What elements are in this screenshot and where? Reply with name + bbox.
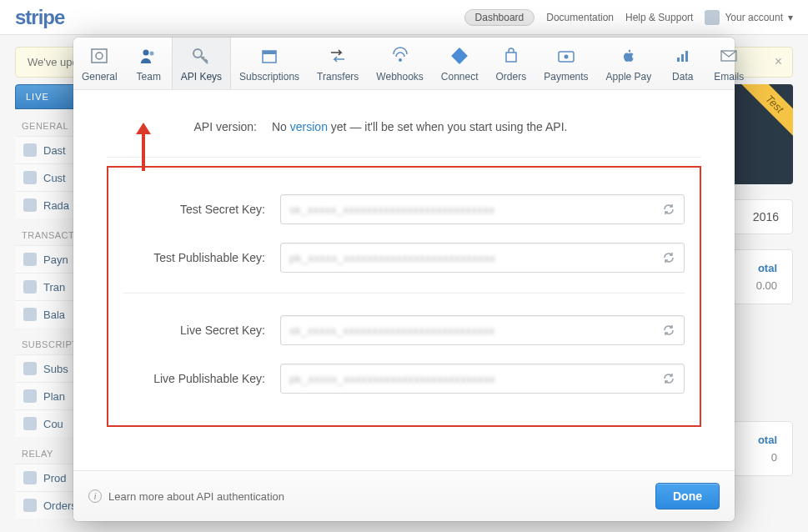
tab-label: Data bbox=[672, 71, 693, 83]
tab-api-keys[interactable]: API Keys bbox=[172, 38, 231, 89]
test-publishable-input[interactable]: pk_xxxxx_xxxxxxxxxxxxxxxxxxxxxxxxxx bbox=[280, 243, 685, 273]
tab-general[interactable]: General bbox=[73, 38, 127, 89]
refresh-icon[interactable] bbox=[662, 251, 675, 264]
tab-label: Payments bbox=[544, 71, 588, 83]
live-secret-label: Live Secret Key: bbox=[123, 324, 265, 337]
svg-point-7 bbox=[399, 58, 402, 62]
refresh-icon[interactable] bbox=[662, 203, 675, 216]
apple-icon bbox=[617, 46, 640, 66]
tab-label: Apple Pay bbox=[606, 71, 652, 83]
api-version-text: No version yet — it'll be set when you s… bbox=[272, 120, 567, 133]
modal-footer: i Learn more about API authentication Do… bbox=[73, 470, 735, 521]
svg-rect-9 bbox=[506, 53, 516, 62]
done-button[interactable]: Done bbox=[655, 483, 720, 509]
svg-rect-0 bbox=[92, 49, 107, 63]
refresh-icon[interactable] bbox=[662, 324, 675, 337]
tab-orders[interactable]: Orders bbox=[488, 38, 536, 89]
transfers-icon bbox=[326, 46, 349, 66]
tab-label: Team bbox=[137, 71, 161, 83]
key-icon bbox=[189, 46, 213, 66]
connect-icon bbox=[448, 46, 471, 66]
tab-emails[interactable]: Emails bbox=[705, 38, 753, 89]
info-icon: i bbox=[88, 489, 102, 503]
svg-rect-13 bbox=[677, 58, 680, 62]
tab-subscriptions[interactable]: Subscriptions bbox=[231, 38, 309, 89]
svg-rect-14 bbox=[681, 54, 684, 62]
svg-point-11 bbox=[564, 55, 568, 59]
test-publishable-value: pk_xxxxx_xxxxxxxxxxxxxxxxxxxxxxxxxx bbox=[289, 252, 495, 264]
svg-point-12 bbox=[629, 50, 630, 53]
tab-label: Webhooks bbox=[376, 71, 423, 83]
test-keys-section: Test Secret Key: sk_xxxxx_xxxxxxxxxxxxxx… bbox=[123, 189, 685, 293]
api-version-prefix: No bbox=[272, 120, 290, 133]
svg-rect-8 bbox=[451, 48, 468, 64]
svg-point-2 bbox=[143, 50, 149, 56]
settings-modal: General Team API Keys Subscriptions Tran… bbox=[73, 38, 735, 521]
highlight-box: Test Secret Key: sk_xxxxx_xxxxxxxxxxxxxx… bbox=[107, 166, 701, 427]
test-secret-value: sk_xxxxx_xxxxxxxxxxxxxxxxxxxxxxxxxx bbox=[289, 203, 494, 216]
tab-label: API Keys bbox=[181, 71, 222, 83]
data-icon bbox=[671, 46, 695, 66]
team-icon bbox=[137, 46, 160, 66]
refresh-icon[interactable] bbox=[662, 372, 675, 385]
live-publishable-value: pk_xxxxx_xxxxxxxxxxxxxxxxxxxxxxxxxx bbox=[289, 373, 495, 385]
tab-label: Emails bbox=[714, 71, 744, 83]
api-version-link[interactable]: version bbox=[290, 120, 328, 133]
modal-body: API version: No version yet — it'll be s… bbox=[73, 90, 735, 470]
svg-point-3 bbox=[150, 52, 154, 56]
email-icon bbox=[717, 46, 740, 66]
tab-transfers[interactable]: Transfers bbox=[309, 38, 368, 89]
api-version-row: API version: No version yet — it'll be s… bbox=[107, 105, 701, 158]
test-publishable-label: Test Publishable Key: bbox=[123, 251, 265, 264]
gear-icon bbox=[88, 46, 111, 66]
payments-icon bbox=[555, 46, 578, 66]
tab-label: Transfers bbox=[317, 71, 359, 83]
tab-label: Subscriptions bbox=[239, 71, 299, 83]
test-secret-input[interactable]: sk_xxxxx_xxxxxxxxxxxxxxxxxxxxxxxxxx bbox=[280, 194, 685, 224]
tab-team[interactable]: Team bbox=[127, 38, 172, 89]
test-secret-label: Test Secret Key: bbox=[123, 203, 265, 216]
tab-label: General bbox=[82, 71, 118, 83]
tab-label: Connect bbox=[441, 71, 479, 83]
modal-tabs: General Team API Keys Subscriptions Tran… bbox=[73, 38, 735, 90]
calendar-icon bbox=[258, 46, 281, 66]
svg-rect-15 bbox=[685, 51, 688, 62]
live-secret-value: sk_xxxxx_xxxxxxxxxxxxxxxxxxxxxxxxxx bbox=[289, 324, 494, 337]
live-publishable-label: Live Publishable Key: bbox=[123, 372, 265, 385]
learn-more-link[interactable]: i Learn more about API authentication bbox=[88, 489, 284, 503]
live-publishable-input[interactable]: pk_xxxxx_xxxxxxxxxxxxxxxxxxxxxxxxxx bbox=[280, 364, 685, 394]
svg-point-4 bbox=[193, 49, 202, 58]
tab-label: Orders bbox=[496, 71, 527, 83]
svg-rect-6 bbox=[263, 51, 276, 54]
live-keys-section: Live Secret Key: sk_xxxxx_xxxxxxxxxxxxxx… bbox=[123, 293, 685, 414]
svg-point-1 bbox=[96, 53, 103, 59]
tab-payments[interactable]: Payments bbox=[535, 38, 597, 89]
tab-webhooks[interactable]: Webhooks bbox=[368, 38, 432, 89]
tab-connect[interactable]: Connect bbox=[433, 38, 488, 89]
tab-data[interactable]: Data bbox=[660, 38, 705, 89]
tab-apple-pay[interactable]: Apple Pay bbox=[598, 38, 661, 89]
api-version-suffix: yet — it'll be set when you start using … bbox=[328, 120, 568, 133]
webhooks-icon bbox=[389, 46, 412, 66]
learn-more-label: Learn more about API authentication bbox=[108, 490, 284, 503]
live-secret-input[interactable]: sk_xxxxx_xxxxxxxxxxxxxxxxxxxxxxxxxx bbox=[280, 315, 685, 345]
orders-icon bbox=[499, 46, 523, 66]
